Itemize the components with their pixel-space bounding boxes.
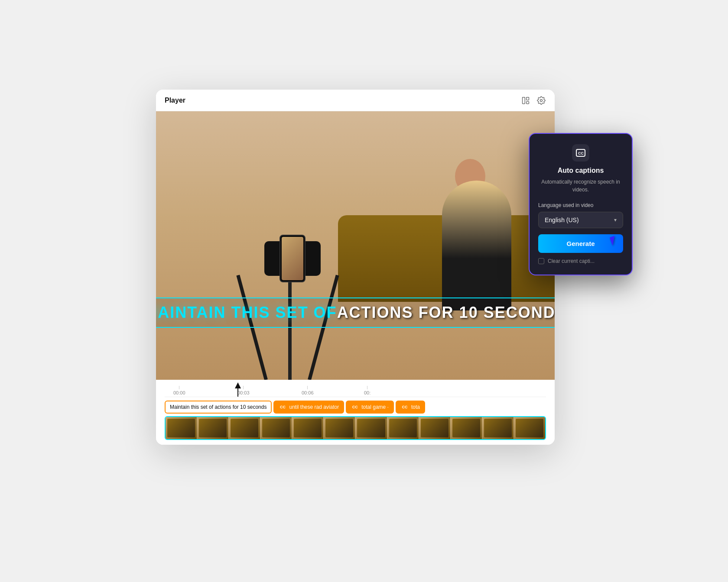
language-value: English (US) (545, 217, 579, 223)
caption-chip-2[interactable]: CC until these rad aviator (273, 401, 344, 414)
film-frame-2 (197, 417, 229, 439)
settings-icon[interactable] (536, 96, 546, 105)
tripod-head (264, 241, 321, 276)
caption-chip-4[interactable]: CC tota (396, 401, 425, 414)
caption-text-highlight: MAINTAIN THIS SET OF (156, 304, 337, 322)
titlebar: Player (156, 90, 555, 111)
svg-rect-2 (526, 101, 529, 103)
film-frame-12 (514, 417, 545, 439)
svg-rect-0 (523, 97, 525, 103)
caption-chip-2-label: until these rad aviator (289, 404, 339, 410)
cursor (611, 236, 624, 249)
person-body (442, 181, 511, 310)
popup-description: Automatically recognize speech in videos… (538, 178, 623, 194)
film-frame-10 (451, 417, 482, 439)
cc-icon-2: CC (279, 404, 286, 410)
caption-text-normal: ACTIONS FOR 10 SECONDS (337, 304, 555, 322)
film-frame-9 (419, 417, 451, 439)
timeline-ruler: 00:00 00:03 00:06 00: (165, 384, 546, 397)
clear-caption-label: Clear current capti... (548, 258, 595, 264)
playhead[interactable] (237, 384, 238, 397)
titlebar-icons (521, 96, 546, 105)
cursor-arrow-shape (610, 236, 618, 246)
clear-caption-checkbox[interactable] (538, 258, 544, 264)
video-area: MAINTAIN THIS SET OF ACTIONS FOR 10 SECO… (156, 111, 555, 380)
film-frame-8 (387, 417, 419, 439)
timeline-mark-3: 00: (364, 386, 370, 395)
caption-chip-1-label: Maintain this set of actions for 10 seco… (170, 404, 266, 410)
film-frame-7 (355, 417, 387, 439)
svg-text:CC: CC (578, 151, 584, 155)
film-frame-1 (166, 417, 197, 439)
language-label: Language used in video (538, 202, 623, 208)
cc-icon-3: CC (351, 404, 359, 410)
phone-screen (282, 237, 303, 280)
film-frame-6 (324, 417, 355, 439)
caption-chip-3-label: total game · (361, 404, 389, 410)
caption-overlay[interactable]: MAINTAIN THIS SET OF ACTIONS FOR 10 SECO… (156, 297, 555, 328)
svg-point-3 (540, 99, 543, 101)
film-frame-4 (260, 417, 292, 439)
player-window: Player (156, 90, 555, 445)
video-scene: MAINTAIN THIS SET OF ACTIONS FOR 10 SECO… (156, 111, 555, 380)
film-frame-11 (482, 417, 514, 439)
film-frame-3 (229, 417, 260, 439)
timeline-mark-0: 00:00 (173, 386, 185, 395)
cc-icon-4: CC (401, 404, 409, 410)
clear-caption-row: Clear current capti... (538, 258, 623, 264)
language-select[interactable]: English (US) ▾ (538, 212, 623, 228)
timeline-section: 00:00 00:03 00:06 00: (156, 380, 555, 445)
popup-title: Auto captions (538, 167, 623, 175)
player-title: Player (165, 97, 185, 104)
caption-track: Maintain this set of actions for 10 seco… (165, 400, 546, 414)
person-element (433, 159, 520, 310)
phone-on-tripod (280, 235, 306, 282)
caption-chip-1[interactable]: Maintain this set of actions for 10 seco… (165, 401, 272, 414)
auto-captions-popup: CC Auto captions Automatically recognize… (529, 133, 633, 275)
timeline-mark-2: 00:06 (302, 386, 314, 395)
svg-rect-1 (526, 97, 529, 100)
tripod-area (221, 111, 394, 380)
chevron-down-icon: ▾ (614, 217, 617, 223)
layout-icon[interactable] (521, 96, 530, 105)
film-frame-5 (292, 417, 324, 439)
tripod-leg-center (288, 276, 292, 380)
popup-cc-icon: CC (572, 144, 589, 162)
caption-chip-4-label: tota (411, 404, 420, 410)
caption-chip-3[interactable]: CC total game · (346, 401, 394, 414)
filmstrip-track (165, 416, 546, 440)
